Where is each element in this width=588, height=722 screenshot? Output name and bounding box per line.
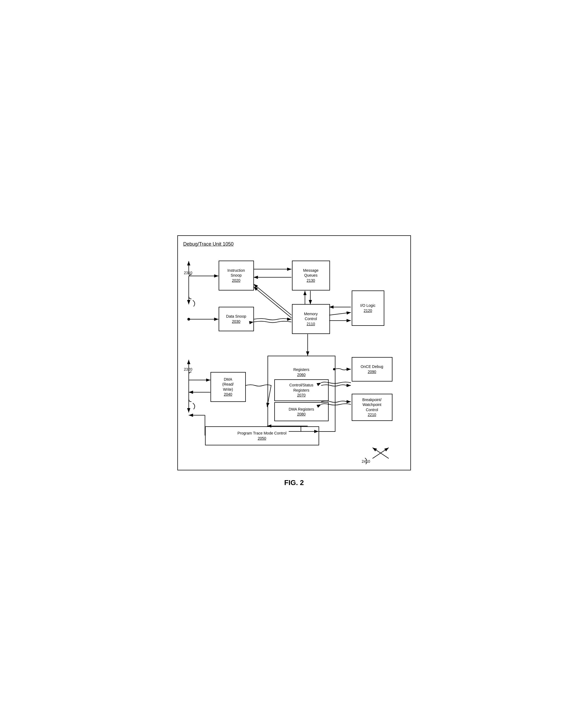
svg-line-13 <box>329 312 351 315</box>
diagram-title: Debug/Trace Unit 1050 <box>183 241 405 247</box>
svg-line-12 <box>253 287 291 318</box>
diagram-content: InstructionSnoop 2020 Data Snoop 2030 Me… <box>183 252 405 465</box>
data-snoop-block: Data Snoop 2030 <box>218 307 254 331</box>
dma-block: DMA(Read/Write) 2040 <box>210 372 246 402</box>
control-status-label: Control/StatusRegisters <box>289 383 313 392</box>
io-logic-ref: 2120 <box>364 308 372 313</box>
registers-outer-block: Registers 2060 Control/StatusRegisters 2… <box>268 356 335 432</box>
svg-line-31 <box>372 448 388 458</box>
svg-line-11 <box>253 284 291 315</box>
instruction-snoop-ref: 2020 <box>232 278 240 283</box>
svg-text:2310: 2310 <box>184 270 192 275</box>
fig-label: FIG. 2 <box>284 478 303 487</box>
diagram-title-text: Debug/Trace Unit <box>183 241 223 247</box>
program-trace-ref: 2050 <box>258 436 266 441</box>
program-trace-block: Program Trace Mode Control 2050 <box>205 426 319 446</box>
data-snoop-ref: 2030 <box>232 319 240 324</box>
program-trace-label: Program Trace Mode Control <box>237 431 287 436</box>
svg-line-32 <box>372 448 388 458</box>
page-container: Debug/Trace Unit 1050 InstructionSnoop 2… <box>172 235 416 487</box>
message-queues-ref: 2130 <box>307 278 315 283</box>
diagram-title-ref: 1050 <box>223 241 234 247</box>
dma-registers-label: DMA Registers <box>289 407 314 412</box>
svg-text:2410: 2410 <box>361 459 370 463</box>
memory-control-label: MemoryControl <box>304 311 318 321</box>
registers-ref: 2060 <box>297 373 306 377</box>
svg-text:2320: 2320 <box>184 367 192 371</box>
dma-registers-block: DMA Registers 2080 <box>274 402 329 421</box>
dma-ref: 2040 <box>224 392 232 397</box>
memory-control-ref: 2110 <box>307 322 315 326</box>
control-status-block: Control/StatusRegisters 2070 <box>274 379 329 401</box>
breakpoint-block: Breakpoint/WatchpointControl 2210 <box>352 394 393 421</box>
io-logic-block: I/O Logic 2120 <box>352 290 384 326</box>
instruction-snoop-block: InstructionSnoop 2020 <box>218 261 254 290</box>
breakpoint-ref: 2210 <box>368 412 376 417</box>
once-debug-block: OnCE Debug 2090 <box>352 357 393 381</box>
message-queues-block: MessageQueues 2130 <box>292 261 330 290</box>
instruction-snoop-label: InstructionSnoop <box>227 268 245 278</box>
message-queues-label: MessageQueues <box>303 268 319 278</box>
memory-control-block: MemoryControl 2110 <box>292 304 330 334</box>
io-logic-label: I/O Logic <box>360 303 375 308</box>
diagram-outer: Debug/Trace Unit 1050 InstructionSnoop 2… <box>177 235 411 470</box>
dma-registers-ref: 2080 <box>297 412 306 417</box>
dma-label: DMA(Read/Write) <box>222 377 234 392</box>
registers-label: Registers <box>293 367 309 372</box>
once-debug-label: OnCE Debug <box>361 364 383 369</box>
svg-point-7 <box>187 318 190 321</box>
once-debug-ref: 2090 <box>368 369 376 374</box>
control-status-ref: 2070 <box>297 393 306 397</box>
breakpoint-label: Breakpoint/WatchpointControl <box>362 397 382 412</box>
data-snoop-label: Data Snoop <box>226 314 246 319</box>
